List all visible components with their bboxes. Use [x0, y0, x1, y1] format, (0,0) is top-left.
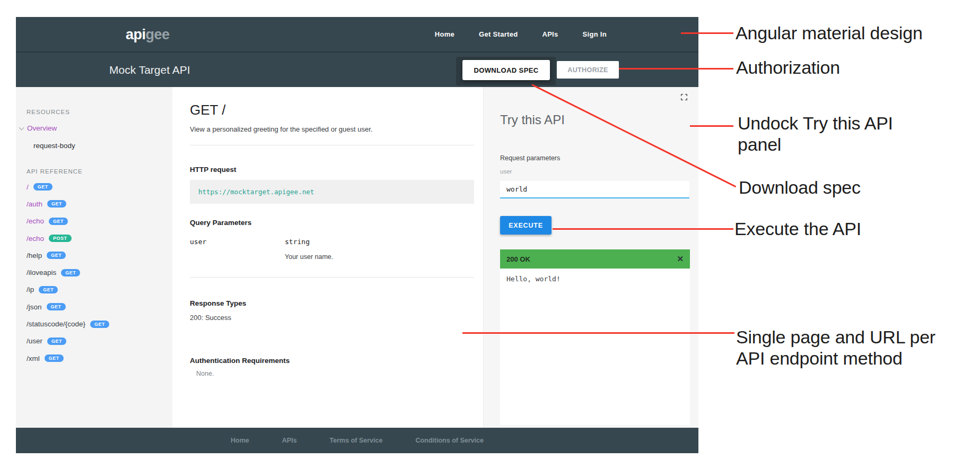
nav-sign-in[interactable]: Sign In: [583, 30, 607, 38]
parameter-type: string: [285, 238, 310, 246]
endpoint-path: /xml: [27, 354, 40, 362]
close-icon[interactable]: ✕: [677, 254, 684, 264]
resources-header: RESOURCES: [27, 108, 167, 116]
method-badge: GET: [33, 183, 52, 191]
endpoint-path: /echo: [27, 235, 44, 243]
sidebar-endpoint-item[interactable]: / GET: [27, 178, 167, 195]
screenshot-canvas: apigee Home Get Started APIs Sign In Moc…: [0, 0, 980, 467]
top-navbar: apigee Home Get Started APIs Sign In: [16, 17, 698, 53]
endpoint-path: /statuscode/{code}: [27, 320, 85, 328]
apigee-portal-window: apigee Home Get Started APIs Sign In Moc…: [16, 17, 698, 453]
annotation-download-spec: Download spec: [739, 177, 861, 198]
callout-line-angular-material: [681, 32, 733, 34]
parameter-description: Your user name.: [285, 253, 474, 261]
sidebar-endpoint-item[interactable]: /xml GET: [27, 350, 167, 367]
footer-home[interactable]: Home: [231, 437, 249, 444]
try-api-title: Try this API: [500, 111, 689, 128]
endpoint-path: /echo: [27, 217, 44, 225]
method-badge: GET: [47, 200, 66, 207]
method-badge: GET: [49, 218, 68, 225]
collapse-caret-icon: [19, 125, 24, 131]
sidebar-endpoint-item[interactable]: /ip GET: [27, 281, 167, 298]
endpoint-path: /help: [27, 252, 42, 260]
endpoint-path: /json: [27, 303, 42, 311]
user-field-label: user: [500, 168, 689, 175]
endpoint-description: View a personalized greeting for the spe…: [190, 125, 474, 134]
logo-api: api: [126, 26, 146, 42]
divider: [190, 145, 474, 145]
endpoint-path: /auth: [27, 200, 42, 208]
callout-line-undock: [690, 125, 733, 127]
apigee-logo[interactable]: apigee: [126, 26, 170, 42]
endpoint-path: /: [27, 183, 29, 191]
http-request-header: HTTP request: [190, 165, 474, 174]
sidebar-endpoint-item[interactable]: /statuscode/{code} GET: [27, 315, 167, 332]
method-badge: GET: [47, 303, 66, 310]
footer-conditions[interactable]: Conditions of Service: [415, 437, 484, 444]
method-badge: GET: [47, 252, 66, 259]
endpoint-path: /iloveapis: [27, 269, 56, 276]
nav-get-started[interactable]: Get Started: [479, 30, 518, 38]
nav-apis[interactable]: APIs: [542, 30, 558, 38]
http-request-url[interactable]: https://mocktarget.apigee.net: [190, 180, 474, 204]
sidebar-endpoint-item[interactable]: /user GET: [27, 333, 167, 350]
overview-link-label: Overview: [27, 124, 57, 133]
navbar-links: Home Get Started APIs Sign In: [435, 17, 607, 51]
endpoint-path: /user: [27, 337, 42, 345]
method-badge: POST: [49, 235, 72, 242]
parameter-row: user string: [190, 238, 474, 246]
divider: [190, 277, 474, 278]
footer-terms[interactable]: Terms of Service: [330, 437, 383, 444]
response-card: 200 OK ✕ Hello, world!: [500, 249, 690, 425]
nav-home[interactable]: Home: [435, 30, 454, 38]
auth-requirements-header: Authentication Requirements: [190, 356, 474, 365]
footer-apis[interactable]: APIs: [282, 437, 297, 444]
download-spec-button[interactable]: DOWNLOAD SPEC: [462, 60, 550, 80]
method-badge: GET: [47, 338, 66, 345]
footer-bar: Home APIs Terms of Service Conditions of…: [16, 428, 698, 453]
sidebar-item-overview[interactable]: Overview: [27, 124, 167, 133]
page-title: Mock Target API: [109, 64, 190, 76]
annotation-angular-material: Angular material design: [736, 22, 923, 44]
method-badge: GET: [39, 286, 58, 293]
authorize-button[interactable]: AUTHORIZE: [557, 61, 619, 79]
endpoint-doc-panel: GET / View a personalized greeting for t…: [172, 87, 483, 428]
callout-line-execute: [553, 228, 733, 230]
callout-line-authorization: [619, 68, 733, 70]
execute-button[interactable]: EXECUTE: [500, 216, 552, 235]
sidebar-item-request-body[interactable]: request-body: [33, 142, 167, 150]
callout-line-single-page: [462, 332, 734, 334]
query-parameters-header: Query Parameters: [190, 218, 474, 227]
content-region: RESOURCES Overview request-body API REFE…: [16, 87, 698, 428]
request-parameters-label: Request parameters: [500, 154, 689, 162]
try-this-api-panel: Try this API Request parameters user wor…: [483, 87, 698, 428]
response-types-header: Response Types: [190, 299, 474, 308]
auth-requirements-value: None.: [196, 370, 474, 378]
annotation-execute-api: Execute the API: [734, 218, 861, 239]
logo-gee: gee: [146, 26, 170, 42]
api-title-bar: Mock Target API DOWNLOAD SPEC AUTHORIZE: [16, 53, 698, 87]
response-status-text: 200 OK: [506, 255, 530, 263]
method-badge: GET: [90, 321, 109, 328]
sidebar-endpoint-item[interactable]: /auth GET: [27, 195, 167, 212]
sidebar-endpoint-item[interactable]: /echo GET: [27, 213, 167, 230]
user-input[interactable]: world: [500, 181, 689, 198]
sidebar-endpoint-item[interactable]: /json GET: [27, 298, 167, 315]
annotation-single-page: Single page and URL per API endpoint met…: [736, 326, 935, 369]
response-type-value: 200: Success: [190, 314, 474, 322]
sidebar-endpoint-item[interactable]: /iloveapis GET: [27, 264, 167, 281]
endpoint-heading: GET /: [190, 102, 474, 118]
response-body: Hello, world!: [500, 269, 690, 425]
sidebar: RESOURCES Overview request-body API REFE…: [16, 87, 172, 428]
endpoint-path: /ip: [27, 286, 34, 293]
sidebar-endpoint-item[interactable]: /help GET: [27, 247, 167, 264]
endpoint-list: / GET /auth GET /echo GET: [27, 178, 167, 367]
method-badge: GET: [45, 354, 64, 362]
parameter-name: user: [190, 238, 285, 246]
annotation-undock-panel: Undock Try this API panel: [738, 113, 893, 155]
undock-icon[interactable]: [680, 93, 688, 101]
annotation-authorization: Authorization: [736, 57, 840, 78]
response-status-bar: 200 OK ✕: [500, 249, 690, 269]
method-badge: GET: [61, 269, 80, 276]
sidebar-endpoint-item[interactable]: /echo POST: [27, 230, 167, 247]
